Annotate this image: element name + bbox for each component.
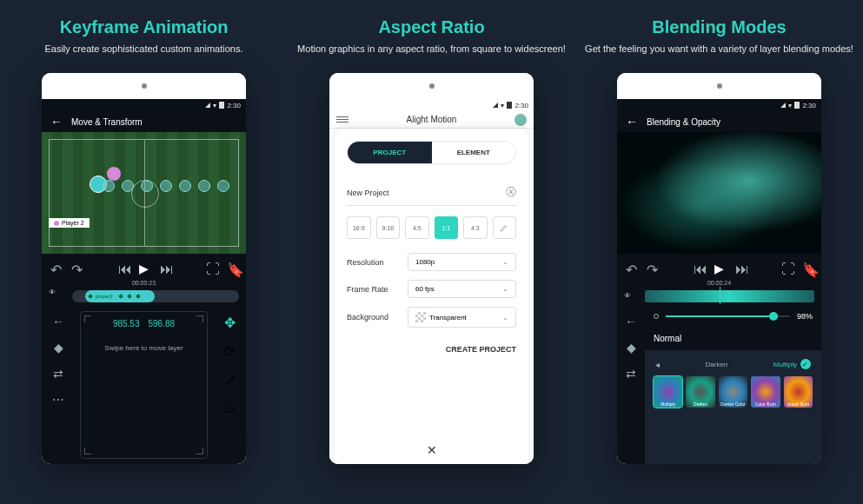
blend-thumb-darker-color[interactable]: Darker Color	[719, 376, 747, 408]
tab-element[interactable]: ELEMENT	[432, 142, 516, 163]
crop-icon[interactable]: ⛶	[781, 262, 792, 272]
move-hint: Swipe here to move layer	[104, 344, 183, 352]
timeline[interactable]: 👁 00:00:24	[617, 280, 821, 306]
blend-thumb-linear-burn[interactable]: Linear Burn	[784, 376, 813, 408]
visibility-icon[interactable]: 👁	[49, 288, 56, 296]
wifi-icon: ▾	[213, 102, 216, 109]
signal-icon	[780, 103, 786, 108]
scale-tool-icon[interactable]: ⤢	[224, 372, 236, 388]
tab-project[interactable]: PROJECT	[348, 142, 432, 163]
timecode: 00:00:24	[707, 280, 731, 286]
ratio-4-5[interactable]: 4:5	[405, 216, 429, 239]
resolution-select[interactable]: 1080p ⌄	[408, 253, 516, 271]
menu-icon[interactable]	[336, 116, 349, 123]
wifi-icon: ▾	[501, 102, 504, 109]
app-title: Alight Motion	[349, 115, 514, 124]
status-bar: ▾ 2:30	[329, 99, 534, 111]
background-row: Background Transparent ⌄	[347, 307, 516, 328]
skip-start-icon[interactable]: ⏮	[118, 262, 129, 272]
player-label-chip[interactable]: Player 2	[49, 218, 90, 228]
panel-sub: Motion graphics in any aspect ratio, fro…	[297, 43, 566, 56]
screen-header: ← Move & Transform	[42, 111, 246, 132]
status-time: 2:30	[514, 102, 528, 109]
move-tool-icon[interactable]: ✥	[224, 315, 236, 331]
opacity-min-icon	[654, 314, 659, 319]
chevron-down-icon: ⌄	[502, 285, 508, 293]
right-tool-rail: ✥ ⟳ ⤢ ▱	[213, 306, 246, 464]
blend-mode-row[interactable]: Normal	[645, 327, 821, 350]
status-bar: ▾ 2:30	[42, 99, 246, 111]
skip-start-icon[interactable]: ⏮	[694, 262, 704, 272]
create-project-button[interactable]: CREATE PROJECT	[347, 342, 516, 357]
timeline-clip[interactable]	[645, 290, 814, 302]
timecode: 00:00:23	[132, 280, 156, 286]
chevron-down-icon: ⌄	[502, 258, 508, 266]
clear-icon[interactable]: ⓧ	[506, 185, 516, 200]
canvas-viewport[interactable]	[617, 132, 821, 254]
keyframe-tool-icon[interactable]: ◆	[54, 341, 63, 355]
close-sheet-icon[interactable]: ✕	[427, 443, 437, 457]
aspect-ratio-options: 16:9 9:16 4:5 1:1 4:3	[347, 216, 516, 239]
playhead[interactable]	[720, 287, 720, 304]
ratio-4-3[interactable]: 4:3	[463, 216, 488, 239]
redo-icon[interactable]: ↷	[647, 262, 657, 272]
back-tool-icon[interactable]: ←	[52, 315, 64, 328]
undo-icon[interactable]: ↶	[626, 262, 636, 272]
visibility-icon[interactable]: 👁	[624, 292, 631, 300]
keyframe-tool-icon[interactable]: ◆	[627, 341, 636, 355]
blend-thumb-darken[interactable]: Darken	[686, 376, 714, 408]
skip-end-icon[interactable]: ⏭	[735, 262, 746, 272]
blend-category[interactable]: Darken	[706, 361, 728, 368]
slider-knob[interactable]	[769, 312, 778, 321]
opacity-slider-row: 98%	[645, 306, 821, 327]
skew-tool-icon[interactable]: ▱	[224, 401, 235, 417]
battery-icon	[507, 102, 512, 109]
play-icon[interactable]: ▶	[139, 262, 149, 272]
status-bar: ▾ 2:30	[617, 99, 821, 111]
blend-thumb-multiply[interactable]: Multiply	[654, 376, 682, 408]
back-tool-icon[interactable]: ←	[625, 315, 637, 328]
ratio-16-9[interactable]: 16:9	[347, 216, 371, 239]
skip-end-icon[interactable]: ⏭	[160, 262, 170, 272]
crop-icon[interactable]: ⛶	[206, 262, 216, 272]
opacity-slider[interactable]	[666, 315, 790, 317]
background-select[interactable]: Transparent ⌄	[408, 307, 516, 328]
ratio-9-16[interactable]: 9:16	[376, 216, 401, 239]
blend-thumb-color-burn[interactable]: Color Burn	[751, 376, 780, 408]
screen-header: ← Blending & Opacity	[617, 111, 821, 132]
play-icon[interactable]: ▶	[714, 262, 725, 272]
back-icon[interactable]: ←	[626, 115, 638, 129]
blend-mode-value: Normal	[654, 334, 813, 343]
playback-toolbar: ↶ ↷ ⏮ ▶ ⏭ ⛶ 🔖	[42, 254, 246, 280]
blending-modes-panel: Blending Modes Get the feeling you want …	[575, 0, 863, 504]
framerate-label: Frame Rate	[347, 285, 408, 294]
left-tool-rail: ← ◆ ⇄ ⋯	[42, 306, 75, 464]
undo-icon[interactable]: ↶	[50, 262, 61, 272]
bookmark-icon[interactable]: 🔖	[802, 262, 813, 272]
transform-panel: ← ◆ ⇄ ⋯ 985.53 596.88 Swipe here to move…	[42, 306, 246, 464]
rotate-tool-icon[interactable]: ⟳	[224, 343, 236, 360]
ratio-custom[interactable]	[493, 216, 517, 239]
move-pad[interactable]: 985.53 596.88 Swipe here to move layer	[80, 311, 208, 459]
motion-path[interactable]	[103, 180, 229, 192]
screen-title: Move & Transform	[71, 117, 143, 127]
back-icon[interactable]: ←	[50, 115, 63, 129]
canvas-viewport[interactable]: Player 2	[42, 132, 246, 254]
flip-tool-icon[interactable]: ⇄	[53, 367, 63, 381]
timeline-track[interactable]: player2	[72, 290, 239, 302]
playback-toolbar: ↶ ↷ ⏮ ▶ ⏭ ⛶ 🔖	[617, 254, 821, 280]
clip[interactable]: player2	[85, 290, 155, 302]
phone-mockup-1: ▾ 2:30 ← Move & Transform Player 2 ↶ ↷	[42, 73, 246, 464]
more-icon[interactable]: ⋯	[52, 393, 64, 407]
redo-icon[interactable]: ↷	[71, 262, 82, 272]
project-name-field[interactable]: New Project ⓧ	[347, 180, 516, 206]
avatar-icon[interactable]	[514, 114, 527, 126]
ratio-1-1[interactable]: 1:1	[435, 216, 459, 239]
flip-tool-icon[interactable]: ⇄	[626, 367, 636, 381]
bookmark-icon[interactable]: 🔖	[227, 262, 237, 272]
panel-title: Keyframe Animation	[60, 17, 229, 37]
framerate-select[interactable]: 60 fps ⌄	[408, 280, 516, 298]
timeline[interactable]: 👁 00:00:23 player2	[42, 280, 246, 306]
selected-mode-label: Multiply	[773, 361, 797, 368]
app-content: Alight Motion PROJECT ELEMENT New Projec…	[329, 111, 534, 464]
